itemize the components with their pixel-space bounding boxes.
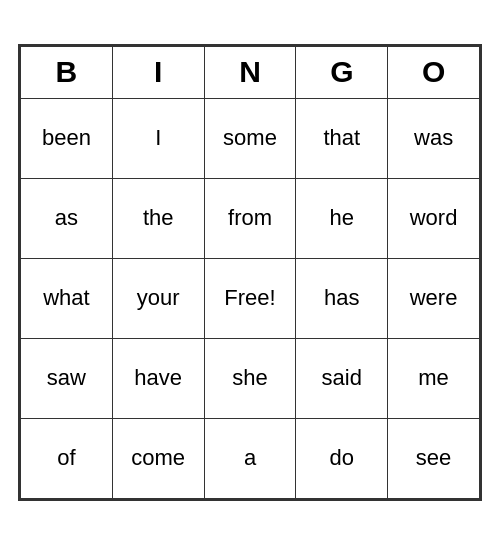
- cell-3-1: have: [112, 338, 204, 418]
- cell-4-1: come: [112, 418, 204, 498]
- cell-4-3: do: [296, 418, 388, 498]
- cell-2-0: what: [21, 258, 113, 338]
- cell-1-1: the: [112, 178, 204, 258]
- cell-3-3: said: [296, 338, 388, 418]
- header-i: I: [112, 46, 204, 98]
- cell-4-2: a: [204, 418, 296, 498]
- cell-3-2: she: [204, 338, 296, 418]
- cell-4-4: see: [388, 418, 480, 498]
- cell-2-4: were: [388, 258, 480, 338]
- cell-0-4: was: [388, 98, 480, 178]
- cell-2-3: has: [296, 258, 388, 338]
- cell-0-0: been: [21, 98, 113, 178]
- table-row: beenIsomethatwas: [21, 98, 480, 178]
- cell-4-0: of: [21, 418, 113, 498]
- bingo-table: B I N G O beenIsomethatwasasthefromhewor…: [20, 46, 480, 499]
- cell-0-3: that: [296, 98, 388, 178]
- bingo-card: B I N G O beenIsomethatwasasthefromhewor…: [18, 44, 482, 501]
- header-b: B: [21, 46, 113, 98]
- cell-1-2: from: [204, 178, 296, 258]
- cell-1-3: he: [296, 178, 388, 258]
- header-n: N: [204, 46, 296, 98]
- table-row: asthefromheword: [21, 178, 480, 258]
- header-row: B I N G O: [21, 46, 480, 98]
- table-row: whatyourFree!haswere: [21, 258, 480, 338]
- cell-3-0: saw: [21, 338, 113, 418]
- table-row: sawhaveshesaidme: [21, 338, 480, 418]
- cell-0-1: I: [112, 98, 204, 178]
- cell-0-2: some: [204, 98, 296, 178]
- header-o: O: [388, 46, 480, 98]
- cell-1-0: as: [21, 178, 113, 258]
- cell-2-2: Free!: [204, 258, 296, 338]
- cell-1-4: word: [388, 178, 480, 258]
- bingo-body: beenIsomethatwasasthefromhewordwhatyourF…: [21, 98, 480, 498]
- cell-2-1: your: [112, 258, 204, 338]
- cell-3-4: me: [388, 338, 480, 418]
- header-g: G: [296, 46, 388, 98]
- table-row: ofcomeadosee: [21, 418, 480, 498]
